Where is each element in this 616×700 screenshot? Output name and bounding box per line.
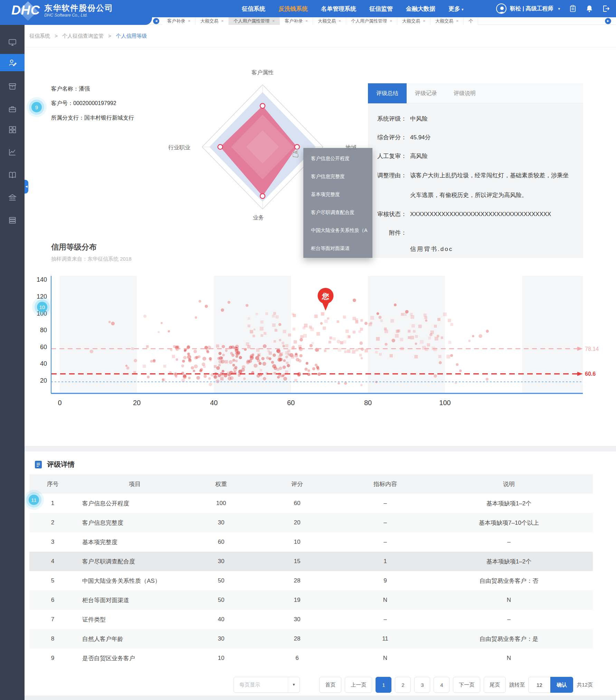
radar-vertex-marker[interactable] — [260, 194, 265, 198]
table-row[interactable]: 8自然人客户年龄302811自由贸易业务客户：是 — [29, 629, 593, 648]
menu-item[interactable]: 柜台等面对面渠道 — [303, 239, 372, 257]
menu-item-credit-system[interactable]: 征信系统 — [242, 5, 265, 13]
tabs-scroll-right-button[interactable]: ▶ — [605, 18, 611, 24]
bell-icon[interactable] — [586, 5, 593, 12]
tab-item[interactable]: 大额交易× — [430, 17, 464, 25]
sidebar-item-book[interactable] — [0, 166, 25, 184]
attachment-file-link[interactable]: 信用背书.doc — [410, 242, 583, 256]
page-button-3[interactable]: 3 — [414, 677, 430, 693]
tab-item[interactable]: 个人用户属性管理× — [346, 17, 397, 25]
first-page-button[interactable]: 首页 — [319, 677, 341, 693]
close-icon[interactable]: × — [339, 19, 341, 23]
sidebar-item-layers[interactable] — [0, 212, 25, 229]
layers-icon — [8, 216, 17, 224]
menu-item[interactable]: 基本项完整度 — [303, 185, 372, 203]
tab-rating-notes[interactable]: 评级说明 — [445, 83, 484, 103]
radar-vertex-marker[interactable] — [218, 144, 223, 149]
menu-item[interactable]: 中国大陆业务关系性质（A — [303, 221, 372, 239]
tab-item[interactable]: 客户补录× — [280, 17, 313, 25]
customer-id-line: 客户号：00020000197992 — [51, 96, 134, 111]
close-icon[interactable]: × — [188, 19, 190, 23]
breadcrumb-item[interactable]: 征信系统 — [29, 33, 50, 39]
sidebar-item-archive[interactable] — [0, 78, 25, 95]
sidebar-item-charts[interactable] — [0, 143, 25, 161]
close-icon[interactable]: × — [423, 19, 425, 23]
tab-item[interactable]: 大额交易× — [313, 17, 346, 25]
breadcrumb-item[interactable]: 个人征信查询监管 — [62, 33, 104, 39]
page-button-2[interactable]: 2 — [395, 677, 411, 693]
cell-indicator: 1 — [345, 552, 425, 571]
cell-weight: 50 — [193, 571, 249, 590]
table-row[interactable]: 5中国大陆业务关系性质（AS）50289自由贸易业务客户：否 — [29, 571, 593, 590]
cell-item: 客户信息公开程度 — [76, 494, 193, 513]
cursor-hand-icon: ☝ — [292, 146, 299, 160]
clipboard-icon[interactable] — [569, 5, 577, 12]
tab-item[interactable]: 个 — [464, 17, 478, 25]
system-rating-value: 中风险 — [410, 110, 428, 128]
tab-rating-summary[interactable]: 评级总结 — [368, 83, 407, 103]
x-tick-label: 40 — [210, 399, 218, 407]
page-button-4[interactable]: 4 — [434, 677, 449, 693]
close-icon[interactable]: × — [272, 19, 275, 23]
prev-page-button[interactable]: 上一页 — [345, 677, 372, 693]
tab-item[interactable]: 大额交易× — [397, 17, 430, 25]
close-icon[interactable]: × — [221, 19, 224, 23]
close-icon[interactable]: × — [456, 19, 458, 23]
radar-axis-label-top: 客户属性 — [247, 69, 278, 76]
tab-item[interactable]: 客户补录× — [162, 17, 196, 25]
cell-item: 基本项完整度 — [76, 532, 193, 552]
tabs-scroll-left-button[interactable]: ◀ — [153, 18, 159, 24]
table-row-highlighted[interactable]: 4客户尽职调查配合度30151基本项缺项1–2个 — [29, 552, 593, 571]
menu-item[interactable]: 客户信息完整度 — [303, 167, 372, 185]
col-header-note: 说明 — [425, 474, 593, 494]
table-row[interactable]: 1客户信息公开程度10060–基本项缺项1–2个 — [29, 494, 593, 513]
tab-item-active[interactable]: 个人用户属性管理× — [229, 17, 280, 25]
menu-item-list-mgmt[interactable]: 名单管理系统 — [321, 5, 356, 13]
x-tick-label: 0 — [58, 399, 61, 407]
tab-label: 大额交易 — [435, 18, 453, 24]
table-row[interactable]: 7证件类型4030–– — [29, 610, 593, 629]
page-button-1[interactable]: 1 — [376, 677, 391, 693]
cell-weight: 30 — [193, 552, 249, 571]
menu-item-credit-supervision[interactable]: 征信监管 — [369, 5, 393, 13]
table-row[interactable]: 9是否自贸区业务客户106NN — [29, 648, 593, 668]
jump-page-input[interactable] — [528, 677, 550, 693]
sidebar-item-monitor[interactable] — [0, 34, 25, 51]
sidebar-collapse-handle[interactable]: ◀ — [25, 180, 28, 194]
cell-item: 证件类型 — [76, 610, 193, 629]
breadcrumb-separator: > — [51, 33, 61, 39]
reference-line-label: 78.14 — [585, 346, 599, 352]
logo-subtitle: DHC Software Co., Ltd. — [44, 12, 113, 18]
confirm-button[interactable]: 确认 — [550, 677, 573, 693]
tab-rating-records[interactable]: 评级记录 — [407, 83, 445, 103]
table-row[interactable]: 3基本项完整度6010–– — [29, 532, 593, 552]
last-page-button[interactable]: 尾页 — [484, 677, 506, 693]
logout-icon[interactable] — [602, 5, 610, 12]
close-icon[interactable]: × — [390, 19, 392, 23]
cell-indicator: – — [345, 513, 425, 532]
radar-vertex-marker[interactable] — [260, 103, 265, 108]
table-row[interactable]: 2客户信息完整度3020–基本项缺项7–10个以上 — [29, 513, 593, 532]
menu-item[interactable]: 客户尽职调查配合度 — [303, 203, 372, 221]
user-profile[interactable]: 靳松 | 高级工程师 ▾ — [496, 3, 560, 14]
menu-item-aml-system[interactable]: 反洗钱系统 — [278, 5, 308, 13]
sidebar-item-personal-credit[interactable] — [0, 54, 25, 71]
close-icon[interactable]: × — [305, 19, 308, 23]
page-size-select[interactable]: 每页显示 ▼ — [234, 677, 300, 693]
menu-item[interactable]: 客户信息公开程度 — [303, 149, 372, 167]
page-size-label: 每页显示 — [234, 682, 288, 688]
tab-item[interactable]: 大额交易× — [196, 17, 229, 25]
rating-panel-body: 系统评级：中风险 综合评分：45.94分 人工复审：高风险 调整理由：该客户大街… — [368, 103, 583, 256]
menu-item-more[interactable]: 更多▾ — [448, 5, 464, 13]
menu-item-finance-bigdata[interactable]: 金融大数据 — [406, 5, 435, 13]
table-row[interactable]: 6柜台等面对面渠道5019NN — [29, 590, 593, 610]
rating-summary-panel: 评级总结 评级记录 评级说明 系统评级：中风险 综合评分：45.94分 人工复审… — [368, 83, 583, 258]
sidebar-item-briefcase[interactable] — [0, 101, 25, 118]
dhc-logo[interactable]: DHC 东华软件股份公司 DHC Software Co., Ltd. — [11, 1, 113, 21]
sidebar-item-dashboard[interactable] — [0, 121, 25, 138]
you-marker-pin[interactable]: 您 — [318, 288, 333, 311]
sidebar-item-bank[interactable] — [0, 189, 25, 206]
next-page-button[interactable]: 下一页 — [453, 677, 480, 693]
personal-credit-rating-page: 征信系统 反洗钱系统 名单管理系统 征信监管 金融大数据 更多▾ 靳松 | 高级… — [0, 0, 616, 700]
cell-seq: 6 — [29, 590, 76, 610]
